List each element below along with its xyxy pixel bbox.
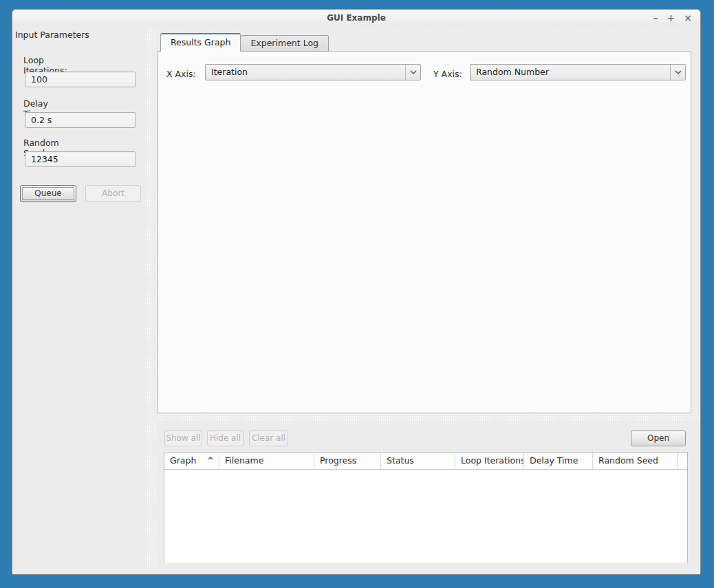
column-header-graph[interactable]: Graph^	[164, 453, 219, 469]
tab-bar: Results GraphExperiment Log	[160, 33, 329, 52]
maximize-icon[interactable]: +	[667, 10, 675, 26]
column-header-status[interactable]: Status	[381, 453, 455, 469]
minimize-icon[interactable]: –	[653, 10, 658, 26]
hide-all-button[interactable]: Hide all	[207, 431, 244, 446]
window-controls: – + ×	[653, 10, 692, 26]
field-input[interactable]: 100	[25, 72, 136, 87]
column-header-filler	[678, 453, 687, 469]
abort-button[interactable]: Abort	[85, 185, 141, 202]
x-axis-combobox-value: Iteration	[211, 67, 248, 77]
sidebar-title: Input Parameters	[15, 30, 89, 40]
table-body[interactable]	[164, 470, 687, 563]
queue-button-label: Queue	[22, 187, 74, 200]
y-axis-combobox[interactable]: Random Number	[470, 64, 686, 80]
close-icon[interactable]: ×	[684, 10, 692, 26]
open-button[interactable]: Open	[631, 431, 686, 446]
column-header-progress[interactable]: Progress	[314, 453, 381, 469]
field-input[interactable]: 0.2 s	[25, 112, 136, 128]
app-window: GUI Example – + × Input Parameters Loop …	[12, 9, 701, 575]
queue-button[interactable]: Queue	[20, 185, 76, 202]
table-header-row: Graph^FilenameProgressStatusLoop Iterati…	[164, 453, 687, 470]
column-header-loop-iterations[interactable]: Loop Iterations	[455, 453, 524, 469]
tab-pane: X Axis: Iteration Y Axis: Random Number	[158, 51, 691, 413]
x-axis-label: X Axis:	[166, 69, 196, 79]
column-header-filename[interactable]: Filename	[219, 453, 314, 469]
chevron-down-icon	[670, 65, 685, 80]
chevron-down-icon	[405, 65, 420, 80]
y-axis-label: Y Axis:	[433, 69, 462, 79]
window-title: GUI Example	[12, 10, 700, 26]
x-axis-combobox[interactable]: Iteration	[205, 64, 421, 80]
tab-experiment-log[interactable]: Experiment Log	[241, 35, 329, 52]
clear-all-button[interactable]: Clear all	[249, 431, 288, 446]
column-header-random-seed[interactable]: Random Seed	[593, 453, 678, 469]
sort-ascending-icon: ^	[207, 453, 214, 469]
column-header-delay-time[interactable]: Delay Time	[524, 453, 593, 469]
tab-results-graph[interactable]: Results Graph	[160, 33, 241, 52]
field-input[interactable]: 12345	[25, 151, 136, 167]
show-all-button[interactable]: Show all	[164, 431, 202, 446]
y-axis-combobox-value: Random Number	[476, 67, 549, 77]
vertical-splitter-handle[interactable]	[147, 26, 156, 574]
title-bar[interactable]: GUI Example – + ×	[12, 10, 700, 26]
experiments-table[interactable]: Graph^FilenameProgressStatusLoop Iterati…	[164, 452, 688, 563]
horizontal-splitter-handle[interactable]	[158, 413, 700, 422]
